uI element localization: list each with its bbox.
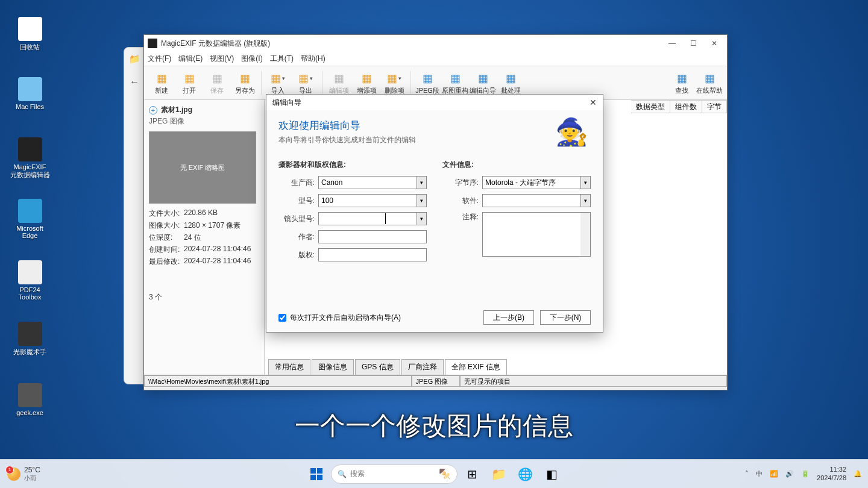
start-button[interactable] (304, 462, 329, 486)
toolbar-删除项[interactable]: ▦▾删除项 (380, 70, 408, 95)
search-icon: 🔍 (338, 470, 347, 478)
volume-icon[interactable]: 🔊 (785, 470, 794, 478)
maximize-button[interactable]: ☐ (690, 39, 697, 48)
combo-input[interactable]: Canon▾ (318, 176, 427, 189)
next-button[interactable]: 下一步(N) (540, 310, 591, 325)
meta-row: 图像大小:1280 × 1707 像素 (149, 221, 259, 231)
field-row: 作者: (278, 230, 427, 243)
desktop-icon[interactable]: Mac Files (7, 77, 52, 110)
prev-button[interactable]: 上一步(B) (483, 310, 534, 325)
menu-item[interactable]: 图像(I) (241, 54, 262, 64)
folder-icon: 📁 (129, 54, 140, 64)
desktop-icon[interactable]: geek.exe (7, 383, 52, 416)
toolbar-新建[interactable]: ▦新建 (148, 70, 175, 95)
clock[interactable]: 11:32 2024/7/28 (817, 466, 846, 481)
combo-input[interactable]: ▾ (318, 212, 427, 225)
toolbar-在线帮助[interactable]: ▦在线帮助 (696, 70, 723, 95)
svg-rect-3 (317, 475, 322, 480)
field-row: 版权: (278, 248, 427, 261)
status-type: JPEG 图像 (412, 375, 460, 387)
menu-item[interactable]: 视图(V) (210, 54, 234, 64)
wizard-titlebar: 编辑向导 ✕ (266, 95, 603, 110)
back-arrow-icon[interactable]: ← (130, 77, 139, 87)
section-camera-label: 摄影器材和版权信息: (278, 160, 427, 170)
combo-input[interactable]: ▾ (482, 194, 591, 207)
menu-item[interactable]: 编辑(E) (178, 54, 203, 64)
toolbar-编辑向导[interactable]: ▦编辑向导 (469, 70, 497, 95)
battery-icon[interactable]: 🔋 (801, 470, 810, 478)
combo-input[interactable]: 100▾ (318, 194, 427, 207)
column-header[interactable]: 组件数 (670, 100, 702, 113)
text-input[interactable] (318, 248, 427, 261)
autostart-label: 每次打开文件后自动启动本向导(A) (290, 313, 401, 323)
close-button[interactable]: ✕ (711, 39, 717, 48)
edit-wizard-dialog: 编辑向导 ✕ 🧙 欢迎使用编辑向导 本向导将引导你快速完成对当前文件的编辑 摄影… (266, 94, 603, 333)
app-taskbar-icon[interactable]: ◧ (539, 462, 564, 486)
task-view-button[interactable]: ⊞ (460, 462, 484, 486)
titlebar: MagicEXIF 元数据编辑器 (旗舰版) — ☐ ✕ (144, 35, 727, 52)
desktop-icon[interactable]: 光影魔术手 (7, 322, 52, 357)
notifications-icon[interactable]: 🔔 (854, 470, 862, 478)
desktop-icon[interactable]: Microsoft Edge (7, 199, 52, 239)
toolbar-查找[interactable]: ▦查找 (668, 70, 696, 95)
toolbar-原图重构[interactable]: ▦原图重构 (441, 70, 469, 95)
explorer-taskbar-icon[interactable]: 📁 (486, 462, 511, 486)
menubar: 文件(F)编辑(E)视图(V)图像(I)工具(T)帮助(H) (144, 52, 727, 66)
toolbar-增添项[interactable]: ▦增添项 (353, 70, 380, 95)
toolbar-打开[interactable]: ▦打开 (175, 70, 203, 95)
toolbar-批处理[interactable]: ▦批处理 (497, 70, 524, 95)
video-caption: 一个一个修改图片的信息 (295, 409, 573, 443)
add-circle-icon[interactable]: + (149, 106, 157, 114)
textarea-input[interactable] (482, 212, 591, 257)
file-info-panel: + 素材1.jpg JPEG 图像 无 EXIF 缩略图 文件大小:220.86… (144, 100, 265, 375)
tab-4[interactable]: 全部 EXIF 信息 (445, 359, 507, 375)
file-type: JPEG 图像 (149, 116, 259, 127)
weather-icon[interactable] (7, 468, 20, 481)
text-input[interactable] (318, 230, 427, 243)
field-row: 软件:▾ (442, 194, 591, 207)
statusbar: \\Mac\Home\Movies\mexif\素材\素材1.jpg JPEG … (144, 375, 727, 387)
meta-row: 位深度:24 位 (149, 233, 259, 243)
explorer-window-behind: 📁 ← (124, 47, 143, 384)
toolbar-另存为[interactable]: ▦另存为 (231, 70, 259, 95)
combo-input[interactable]: Motorola - 大端字节序▾ (482, 176, 591, 189)
wizard-close-button[interactable]: ✕ (590, 98, 597, 107)
section-file-label: 文件信息: (442, 160, 591, 170)
desktop-icon[interactable]: MagicEXIF 元数据编辑器 (7, 137, 52, 180)
taskbar-search[interactable]: 🔍 搜索 🍢 (331, 465, 458, 484)
svg-rect-2 (310, 475, 316, 480)
column-header[interactable]: 数据类型 (631, 100, 670, 113)
network-icon[interactable]: 📶 (770, 470, 778, 478)
tab-2[interactable]: GPS 信息 (355, 359, 400, 375)
wizard-subtitle: 本向导将引导你快速完成对当前文件的编辑 (278, 135, 591, 145)
menu-item[interactable]: 工具(T) (270, 54, 294, 64)
app-icon (148, 39, 157, 48)
column-header[interactable]: 字节 (702, 100, 727, 113)
svg-rect-1 (317, 468, 322, 474)
tray-chevron-icon[interactable]: ˄ (745, 470, 749, 478)
menu-item[interactable]: 帮助(H) (301, 54, 326, 64)
temperature: 25°C (24, 466, 40, 474)
minimize-button[interactable]: — (668, 39, 676, 48)
toolbar-导入[interactable]: ▦▾导入 (264, 70, 292, 95)
status-message: 无可显示的项目 (460, 375, 728, 387)
tab-3[interactable]: 厂商注释 (401, 359, 444, 375)
toolbar-导出[interactable]: ▦▾导出 (292, 70, 319, 95)
toolbar-编辑项: ▦编辑项 (325, 70, 353, 95)
meta-row: 最后修改:2024-07-28 11:04:46 (149, 257, 259, 267)
wizard-title: 编辑向导 (272, 98, 301, 108)
autostart-checkbox[interactable] (278, 314, 286, 322)
edge-taskbar-icon[interactable]: 🌐 (513, 462, 537, 486)
field-row: 注释: (442, 212, 591, 257)
desktop-icon[interactable]: 回收站 (7, 17, 52, 52)
file-name: 素材1.jpg (161, 105, 192, 115)
tab-0[interactable]: 常用信息 (268, 359, 310, 375)
taskbar: 25°C 小雨 🔍 搜索 🍢 ⊞ 📁 🌐 ◧ ˄ 中 📶 🔊 🔋 11:32 2… (0, 459, 868, 488)
ime-indicator[interactable]: 中 (756, 469, 763, 478)
toolbar-JPEG段[interactable]: ▦JPEG段 (414, 70, 441, 95)
field-row: 镜头型号:▾ (278, 212, 427, 225)
menu-item[interactable]: 文件(F) (148, 54, 171, 64)
meta-row: 创建时间:2024-07-28 11:04:46 (149, 245, 259, 255)
tab-1[interactable]: 图像信息 (312, 359, 354, 375)
desktop-icon[interactable]: PDF24 Toolbox (7, 260, 52, 301)
